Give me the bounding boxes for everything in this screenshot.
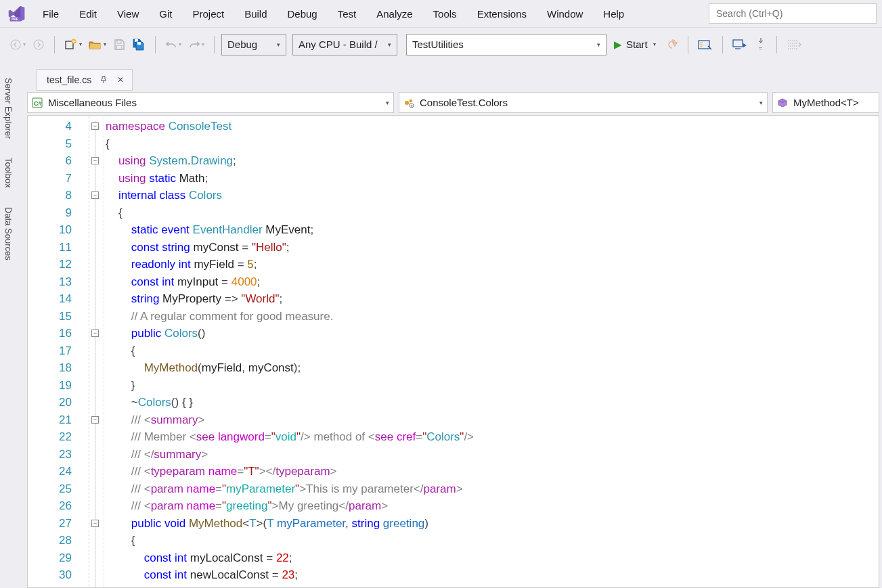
browse-button[interactable] xyxy=(695,35,715,55)
start-debug-button[interactable]: ▶Start▾ xyxy=(609,36,661,53)
code-line: ~Colors() { } xyxy=(106,394,879,411)
separator xyxy=(722,36,723,53)
platform-dropdown[interactable]: Any CPU - Build /▾ xyxy=(292,34,397,55)
editor-area: test_file.cs ✕ C# Miscellaneous Files▾ C… xyxy=(24,68,882,588)
line-number: 6 xyxy=(28,152,72,170)
line-number: 4 xyxy=(28,118,72,135)
new-item-button[interactable]: ▾ xyxy=(62,35,85,55)
svg-rect-9 xyxy=(137,42,141,45)
svg-rect-8 xyxy=(135,39,138,42)
line-number: 13 xyxy=(28,273,72,291)
file-tab-active[interactable]: test_file.cs ✕ xyxy=(37,69,133,91)
line-number: 5 xyxy=(28,135,72,153)
overflow-button[interactable]: = xyxy=(752,34,770,55)
redo-button[interactable]: ▾ xyxy=(185,35,207,55)
code-text[interactable]: namespace ConsoleTest{ using System.Draw… xyxy=(104,116,879,587)
config-dropdown[interactable]: Debug▾ xyxy=(221,34,286,55)
line-number: 12 xyxy=(28,256,72,273)
line-number: 27 xyxy=(28,515,72,533)
code-line: public void MyMethod<T>(T myParameter, s… xyxy=(106,515,879,533)
class-dropdown[interactable]: ConsoleTest.Colors▾ xyxy=(399,92,768,113)
line-number: 29 xyxy=(28,549,72,567)
csharp-file-icon: C# xyxy=(32,97,44,108)
menu-tools[interactable]: Tools xyxy=(423,4,467,24)
hot-reload-button[interactable] xyxy=(663,35,681,55)
line-number: 8 xyxy=(28,187,72,204)
code-line: /// </summary> xyxy=(106,446,879,463)
menu-build[interactable]: Build xyxy=(234,4,277,24)
menu-git[interactable]: Git xyxy=(149,4,182,24)
svg-text:PRE: PRE xyxy=(12,18,19,21)
line-number: 11 xyxy=(28,239,72,256)
code-line: static event EventHandler MyEvent; xyxy=(106,221,879,239)
line-number: 24 xyxy=(28,463,72,480)
fold-toggle[interactable]: − xyxy=(91,157,99,164)
code-line: { xyxy=(106,135,879,153)
code-line: internal class Colors xyxy=(106,187,879,204)
save-button[interactable] xyxy=(110,35,128,55)
code-line: using static Math; xyxy=(106,170,879,187)
menubar: PRE FileEditViewGitProjectBuildDebugTest… xyxy=(0,0,882,27)
menu-file[interactable]: File xyxy=(32,4,69,24)
vs-logo-icon: PRE xyxy=(5,2,28,25)
fold-toggle[interactable]: − xyxy=(91,122,99,130)
line-number: 19 xyxy=(28,377,72,394)
undo-button[interactable]: ▾ xyxy=(162,35,184,55)
menu-test[interactable]: Test xyxy=(328,4,367,24)
svg-rect-7 xyxy=(116,45,122,49)
menu-extensions[interactable]: Extensions xyxy=(467,4,537,24)
fold-toggle[interactable]: − xyxy=(91,330,99,337)
side-tab-data-sources[interactable]: Data Sources xyxy=(0,198,19,270)
live-share-button[interactable] xyxy=(730,35,750,55)
line-number: 22 xyxy=(28,428,72,446)
code-line: using System.Drawing; xyxy=(106,152,879,170)
line-number: 17 xyxy=(28,342,72,360)
menu-project[interactable]: Project xyxy=(182,4,234,24)
scope-dropdown[interactable]: C# Miscellaneous Files▾ xyxy=(27,92,394,113)
class-icon xyxy=(403,97,416,108)
code-editor[interactable]: 4567891011121314151617181920212223242526… xyxy=(27,115,879,588)
method-icon xyxy=(777,97,789,108)
nav-back-button[interactable]: ▾ xyxy=(7,35,28,55)
code-line: namespace ConsoleTest xyxy=(106,118,879,135)
menu-edit[interactable]: Edit xyxy=(69,4,107,24)
line-number: 18 xyxy=(28,359,72,377)
svg-point-2 xyxy=(11,40,20,49)
startup-project-dropdown[interactable]: TestUtilities▾ xyxy=(406,34,607,55)
code-line: { xyxy=(106,342,879,360)
search-input[interactable] xyxy=(709,3,877,24)
menu-view[interactable]: View xyxy=(107,4,149,24)
line-number: 7 xyxy=(28,170,72,187)
line-number: 30 xyxy=(28,566,72,584)
code-line: /// Member <see langword="void"/> method… xyxy=(106,428,879,446)
menu-analyze[interactable]: Analyze xyxy=(366,4,422,24)
code-line: string MyProperty => "World"; xyxy=(106,290,879,308)
fold-toggle[interactable]: − xyxy=(91,191,99,199)
menu-help[interactable]: Help xyxy=(593,4,634,24)
code-line: readonly int myField = 5; xyxy=(106,256,879,273)
menu-window[interactable]: Window xyxy=(537,4,593,24)
file-tabs: test_file.cs ✕ xyxy=(24,68,882,92)
fold-toggle[interactable]: − xyxy=(91,416,99,424)
line-number: 23 xyxy=(28,446,72,463)
open-file-button[interactable]: ▾ xyxy=(86,35,109,55)
close-icon[interactable]: ✕ xyxy=(116,74,125,86)
toolbar: ▾ ▾ ▾ ▾ ▾ Debug▾ Any CPU - Build /▾ Test… xyxy=(0,27,882,61)
side-tab-server-explorer[interactable]: Server Explorer xyxy=(0,68,19,148)
svg-point-14 xyxy=(405,101,409,105)
member-dropdown[interactable]: MyMethod<T> xyxy=(772,92,879,113)
nav-forward-button[interactable] xyxy=(30,35,47,55)
svg-point-3 xyxy=(34,40,43,49)
code-line: const string myConst = "Hello"; xyxy=(106,239,879,256)
line-number-gutter: 4567891011121314151617181920212223242526… xyxy=(28,116,89,587)
indent-button[interactable] xyxy=(784,35,804,55)
separator xyxy=(214,36,215,53)
pin-icon[interactable] xyxy=(98,74,109,85)
side-tab-toolbox[interactable]: Toolbox xyxy=(0,148,19,198)
line-number: 9 xyxy=(28,204,72,222)
code-line: const int newLocalConst = 23; xyxy=(106,566,879,584)
fold-toggle[interactable]: − xyxy=(91,520,99,527)
code-line: } xyxy=(106,377,879,394)
menu-debug[interactable]: Debug xyxy=(278,4,328,24)
save-all-button[interactable] xyxy=(129,35,148,55)
